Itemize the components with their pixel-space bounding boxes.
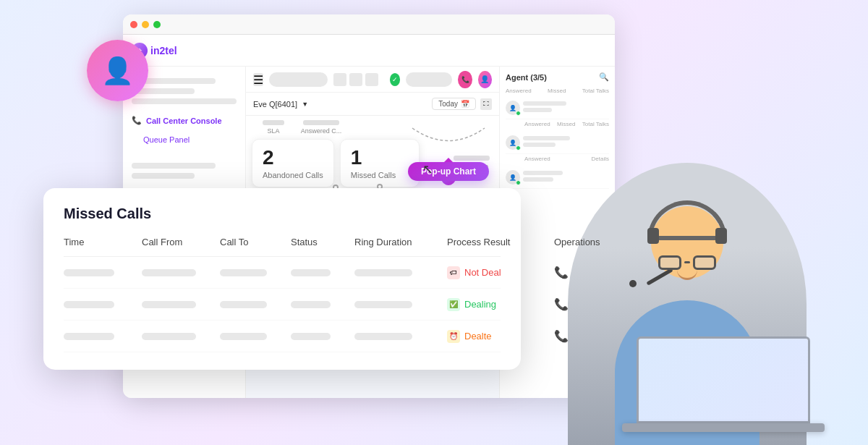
row1-call-icon[interactable]: 📞 <box>554 266 569 279</box>
agent-2-stats: Answered Details <box>506 154 609 166</box>
agent-col-total: Total Talks <box>582 88 609 94</box>
th-ring-duration: Ring Duration <box>354 237 441 247</box>
minimize-dot[interactable] <box>142 21 149 28</box>
row3-ring-skel <box>354 333 412 340</box>
agent-1-missed: Missed <box>557 121 575 127</box>
status-check: ✓ <box>390 73 400 86</box>
th-operations: Operations <box>554 237 626 247</box>
th-process-result: Process Result <box>447 237 548 247</box>
row3-call-icon[interactable]: 📞 <box>554 330 569 342</box>
row2-call-icon[interactable]: 📞 <box>554 298 569 310</box>
laptop <box>622 329 825 438</box>
agent-1-total: Total Talks <box>582 121 609 127</box>
avatar-person-icon: 👤 <box>101 56 134 86</box>
agent-info-3 <box>523 171 609 184</box>
toolbar-skel-2 <box>406 72 452 87</box>
title-bar <box>123 14 615 35</box>
row2-time-skel <box>64 301 114 308</box>
agent-sub-skel-1 <box>523 108 552 112</box>
user-avatar[interactable]: 👤 <box>478 71 492 88</box>
menu-icon[interactable]: ☰ <box>253 73 263 86</box>
answered-label: Answered C... <box>299 127 343 135</box>
sidebar-skel-5 <box>132 173 195 179</box>
agent-name-skel-3 <box>523 171 563 175</box>
stat-answered: Answered C... <box>299 120 343 135</box>
main-toolbar: ☰ ✓ 📞 👤 <box>246 67 499 93</box>
agent-col-missed: Missed <box>548 88 566 94</box>
th-time: Time <box>64 237 136 247</box>
call-center-icon: 📞 <box>132 116 142 125</box>
row2-status-skel <box>291 301 331 308</box>
agent-avatar-3: 👤 <box>506 170 520 185</box>
agent-row-2: 👤 <box>506 132 609 154</box>
agent-stats-header: Answered Missed Total Talks <box>506 88 609 94</box>
th-call-from: Call From <box>142 237 214 247</box>
agent-avatar-1: 👤 <box>506 101 520 115</box>
agent-avatar-2: 👤 <box>506 135 520 150</box>
agent-sub-skel-2 <box>523 143 556 147</box>
sidebar-skel-3 <box>132 98 237 104</box>
sidebar-item-queue-panel[interactable]: Queue Panel <box>123 131 245 148</box>
th-status: Status <box>291 237 349 247</box>
row2-ring-skel <box>354 301 412 308</box>
sidebar-item-label-0: Call Center Console <box>146 116 222 125</box>
agent-row-1: 👤 <box>506 97 609 119</box>
row2-operations: 📞 <box>554 297 626 311</box>
row1-to-skel <box>220 269 267 276</box>
screen-icon[interactable] <box>365 73 378 86</box>
cards-container: 2 Abandoned Calls 1 Missed Calls ↖ <box>252 139 420 187</box>
row2-from-skel <box>142 301 196 308</box>
row1-operations: 📞 <box>554 266 626 279</box>
answered-skel <box>303 120 339 125</box>
headset-mic-boom <box>646 268 673 285</box>
abandoned-calls-card: 2 Abandoned Calls <box>252 139 334 187</box>
stat-sla: SLA <box>252 120 295 135</box>
agent-header-label: Agent (3/5) <box>506 73 547 82</box>
row3-status-skel <box>291 333 331 340</box>
row3-process-badge: ⏰ Dealte <box>447 330 548 343</box>
glasses <box>658 255 716 270</box>
search-icon[interactable]: 🔍 <box>599 72 609 82</box>
maximize-dot[interactable] <box>153 21 161 28</box>
popup-chart-label[interactable]: Pop-up Chart <box>408 162 489 181</box>
row3-to-skel <box>220 333 267 340</box>
row1-badge-icon: 🏷 <box>447 266 460 279</box>
person-smile <box>677 270 697 280</box>
missed-calls-popup: Missed Calls Time Call From Call To Stat… <box>43 188 521 370</box>
missed-number: 1 <box>351 147 409 169</box>
calendar-icon: 📅 <box>461 100 469 108</box>
table-row-1: 🏷 Not Deal 📞 <box>64 257 501 289</box>
expand-icon[interactable]: ⛶ <box>480 98 492 110</box>
missed-label: Missed Calls <box>351 171 409 179</box>
row2-to-skel <box>220 301 267 308</box>
popup-title: Missed Calls <box>64 205 501 222</box>
row3-process-label: Dealte <box>464 331 492 342</box>
date-picker[interactable]: Today 📅 <box>432 98 476 110</box>
table-row-3: ⏰ Dealte 📞 <box>64 321 501 352</box>
agent-status-1 <box>516 111 521 116</box>
row1-ring-skel <box>354 269 412 276</box>
phone-button[interactable]: 📞 <box>458 71 472 88</box>
queue-header-right: Today 📅 ⛶ <box>432 98 492 110</box>
row2-process-label: Dealing <box>464 299 496 310</box>
row1-process-badge: 🏷 Not Deal <box>447 266 548 279</box>
th-call-to: Call To <box>220 237 285 247</box>
row1-status-skel <box>291 269 331 276</box>
table-row-2: ✅ Dealing 📞 <box>64 289 501 321</box>
agent-name-skel-1 <box>523 101 566 106</box>
agent-2-answered: Answered <box>524 156 550 162</box>
agent-row-3: 👤 <box>506 166 609 189</box>
row3-time-skel <box>64 333 114 340</box>
sidebar-item-call-center[interactable]: 📞 Call Center Console <box>123 110 245 131</box>
avatar-overlay: 👤 <box>87 40 148 101</box>
row1-process-label: Not Deal <box>464 267 501 278</box>
monitor-icon[interactable] <box>333 73 346 86</box>
agent-status-3 <box>516 180 521 185</box>
row3-from-skel <box>142 333 196 340</box>
agent-col-answered: Answered <box>506 88 532 94</box>
agent-1-answered: Answered <box>524 121 550 127</box>
close-dot[interactable] <box>130 21 137 28</box>
chat-icon[interactable] <box>349 73 362 86</box>
headset-mic-end <box>629 280 637 287</box>
agent-1-stats: Answered Missed Total Talks <box>506 119 609 132</box>
